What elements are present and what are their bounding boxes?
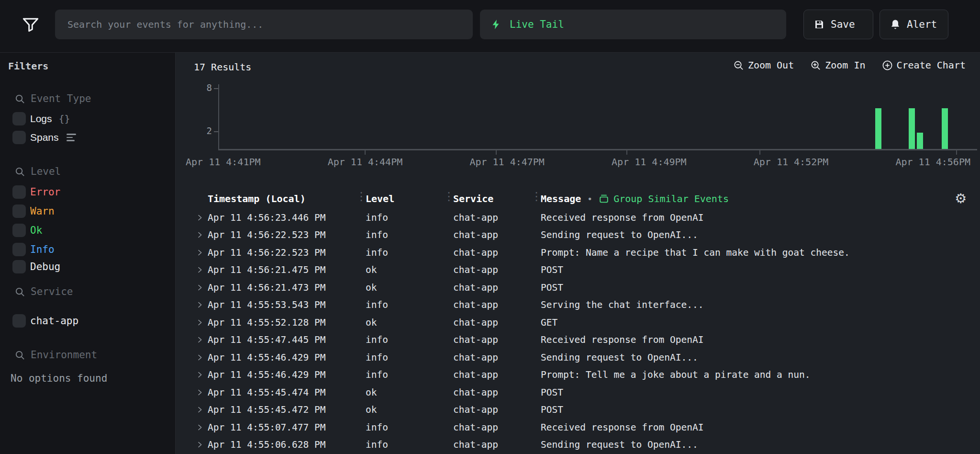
histogram-bar[interactable] — [875, 108, 881, 149]
filter-option-spans[interactable]: Spans — [0, 130, 176, 145]
log-timestamp: Apr 11 4:56:22.523 PM — [208, 247, 366, 258]
x-axis-label: Apr 11 4:56PM — [895, 156, 970, 168]
filter-option-warn[interactable]: Warn — [0, 204, 176, 219]
alert-button[interactable]: Alert — [880, 10, 948, 39]
log-service: chat-app — [453, 229, 541, 240]
log-row[interactable]: Apr 11 4:55:46.429 PM info chat-app Send… — [176, 349, 980, 366]
chevron-right-icon[interactable] — [196, 214, 208, 221]
log-row[interactable]: Apr 11 4:55:07.477 PM info chat-app Rece… — [176, 419, 980, 436]
histogram-bar[interactable] — [942, 108, 948, 149]
log-row[interactable]: Apr 11 4:56:22.523 PM info chat-app Prom… — [176, 244, 980, 261]
log-service: chat-app — [453, 422, 541, 433]
log-row[interactable]: Apr 11 4:56:22.523 PM info chat-app Send… — [176, 227, 980, 244]
x-axis-label: Apr 11 4:41PM — [186, 156, 261, 168]
events-histogram[interactable]: 8 2 Apr 11 4:41PMApr 11 4:44PMApr 11 4:4… — [176, 82, 980, 178]
search-input[interactable] — [55, 10, 473, 39]
service-filter-search[interactable]: Service — [0, 284, 176, 299]
chevron-right-icon[interactable] — [196, 441, 208, 448]
table-settings-gear-icon[interactable]: ⚙ — [955, 191, 967, 206]
log-row[interactable]: Apr 11 4:56:21.473 PM ok chat-app POST — [176, 279, 980, 296]
log-service: chat-app — [453, 387, 541, 398]
chart-plot-area[interactable] — [219, 84, 975, 149]
warn-label: Warn — [30, 205, 55, 217]
y-tickmark — [214, 131, 218, 132]
column-header-message[interactable]: Message — [541, 193, 581, 204]
level-filter-search[interactable]: Level — [0, 164, 176, 179]
chevron-right-icon[interactable] — [196, 249, 208, 256]
zoom-out-button[interactable]: Zoom Out — [733, 59, 794, 71]
chevron-right-icon[interactable] — [196, 301, 208, 308]
bullet-separator: • — [587, 194, 592, 204]
chevron-right-icon[interactable] — [196, 424, 208, 431]
log-message: Prompt: Name a recipe that I can make wi… — [541, 247, 980, 258]
filter-option-logs[interactable]: Logs {} — [0, 111, 176, 126]
filter-option-error[interactable]: Error — [0, 184, 176, 200]
column-header-timestamp[interactable]: Timestamp (Local) — [208, 193, 306, 204]
log-row[interactable]: Apr 11 4:55:45.474 PM ok chat-app POST — [176, 384, 980, 401]
filter-option-chat-app[interactable]: chat-app — [0, 313, 176, 329]
create-chart-button[interactable]: Create Chart — [882, 59, 966, 71]
filter-funnel-icon[interactable] — [20, 13, 43, 36]
chevron-right-icon[interactable] — [196, 266, 208, 273]
spans-label: Spans — [30, 132, 59, 143]
log-timestamp: Apr 11 4:55:07.477 PM — [208, 422, 366, 433]
group-similar-events-button[interactable]: Group Similar Events — [599, 193, 729, 204]
column-header-service[interactable]: Service — [453, 193, 493, 204]
log-level: info — [366, 439, 453, 450]
filters-title: Filters — [8, 60, 48, 72]
live-tail-button[interactable]: Live Tail — [480, 10, 786, 39]
log-row[interactable]: Apr 11 4:55:53.543 PM info chat-app Serv… — [176, 296, 980, 314]
create-chart-label: Create Chart — [897, 59, 966, 71]
braces-icon: {} — [59, 113, 70, 125]
info-checkbox[interactable] — [12, 243, 26, 256]
log-message: POST — [541, 404, 980, 415]
filter-option-ok[interactable]: Ok — [0, 223, 176, 238]
group-similar-label: Group Similar Events — [613, 193, 729, 204]
chevron-right-icon[interactable] — [196, 354, 208, 361]
chevron-right-icon[interactable] — [196, 284, 208, 291]
log-level: ok — [366, 317, 453, 328]
event-type-filter-search[interactable]: Event Type — [0, 91, 176, 106]
log-message: GET — [541, 317, 980, 328]
log-row[interactable]: Apr 11 4:56:23.446 PM info chat-app Rece… — [176, 209, 980, 227]
spans-checkbox[interactable] — [12, 131, 26, 144]
histogram-bar[interactable] — [917, 133, 923, 149]
chat-app-checkbox[interactable] — [12, 314, 26, 328]
log-level: ok — [366, 264, 453, 275]
results-bar: 17 Results Zoom Out Zoom In Create Chart — [176, 53, 980, 82]
log-message: Sending request to OpenAI... — [541, 229, 980, 240]
zoom-in-label: Zoom In — [825, 59, 865, 71]
x-axis-line — [218, 149, 977, 150]
error-checkbox[interactable] — [12, 185, 26, 199]
column-header-level[interactable]: Level — [366, 193, 394, 204]
environment-filter-search[interactable]: Environment — [0, 347, 176, 363]
log-row[interactable]: Apr 11 4:55:52.128 PM ok chat-app GET — [176, 314, 980, 331]
chevron-right-icon[interactable] — [196, 231, 208, 238]
filter-option-info[interactable]: Info — [0, 242, 176, 257]
chevron-right-icon[interactable] — [196, 336, 208, 343]
histogram-bar[interactable] — [909, 108, 915, 149]
chevron-right-icon[interactable] — [196, 406, 208, 413]
log-row[interactable]: Apr 11 4:55:45.472 PM ok chat-app POST — [176, 401, 980, 419]
ok-checkbox[interactable] — [12, 224, 26, 237]
log-timestamp: Apr 11 4:56:21.475 PM — [208, 264, 366, 275]
log-row[interactable]: Apr 11 4:56:21.475 PM ok chat-app POST — [176, 261, 980, 279]
warn-checkbox[interactable] — [12, 204, 26, 218]
log-timestamp: Apr 11 4:55:46.429 PM — [208, 352, 366, 363]
save-button[interactable]: Save — [803, 10, 873, 39]
log-row[interactable]: Apr 11 4:55:47.445 PM info chat-app Rece… — [176, 331, 980, 349]
log-timestamp: Apr 11 4:55:52.128 PM — [208, 317, 366, 328]
chat-app-label: chat-app — [30, 315, 78, 327]
log-message: Received response from OpenAI — [541, 334, 980, 345]
zoom-in-button[interactable]: Zoom In — [810, 59, 865, 71]
logs-checkbox[interactable] — [12, 112, 26, 125]
log-service: chat-app — [453, 247, 541, 258]
debug-checkbox[interactable] — [12, 260, 26, 273]
log-row[interactable]: Apr 11 4:55:06.628 PM info chat-app Send… — [176, 436, 980, 454]
chevron-right-icon[interactable] — [196, 389, 208, 396]
chevron-right-icon[interactable] — [196, 319, 208, 326]
filter-option-debug[interactable]: Debug — [0, 259, 176, 274]
log-service: chat-app — [453, 352, 541, 363]
log-row[interactable]: Apr 11 4:55:46.429 PM info chat-app Prom… — [176, 366, 980, 384]
chevron-right-icon[interactable] — [196, 371, 208, 378]
